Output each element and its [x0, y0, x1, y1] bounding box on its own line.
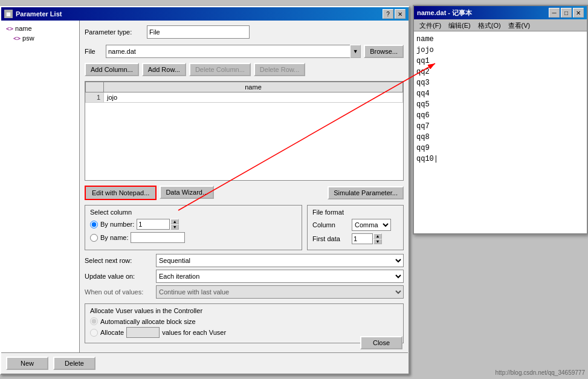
notepad-line-qq3: qq3	[416, 77, 584, 88]
titlebar-buttons: ? ✕	[383, 9, 405, 19]
notepad-maximize-btn[interactable]: □	[561, 8, 572, 18]
allocate-label: Allocate	[100, 329, 124, 336]
select-next-row-select[interactable]: Sequential Random Same line as...	[156, 254, 404, 267]
by-name-row: By name:	[90, 232, 297, 243]
by-number-down[interactable]: ▼	[170, 224, 179, 230]
data-wizard-button[interactable]: Data Wizard...	[160, 186, 214, 199]
table-row: 1 jojo	[86, 92, 403, 103]
notepad-line-qq7: qq7	[416, 121, 584, 132]
out-of-values-select[interactable]: Continue with last value Abort Vuser Cyc…	[156, 285, 404, 299]
parameter-list-window: ▦ Parameter List ? ✕ <> name <> psw Para…	[0, 6, 410, 375]
first-data-spin-container: ▲ ▼	[352, 233, 382, 244]
sidebar-item-psw[interactable]: <> psw	[4, 33, 76, 43]
file-label: File	[85, 48, 103, 55]
allocate-input	[126, 327, 160, 338]
edit-notepad-button[interactable]: Edit with Notepad...	[85, 186, 157, 200]
column-label: Column	[312, 221, 349, 228]
window-icon: ▦	[4, 10, 13, 18]
table-col-num	[86, 82, 104, 92]
delete-button[interactable]: Delete	[53, 357, 95, 370]
file-input-container: ▼	[106, 45, 361, 58]
left-btns: Edit with Notepad... Data Wizard...	[85, 186, 214, 200]
delete-column-button[interactable]: Delete Column...	[189, 63, 251, 76]
menu-view[interactable]: 查看(V)	[505, 21, 534, 30]
notepad-line-qq4: qq4	[416, 88, 584, 99]
notepad-window: name.dat - 记事本 ─ □ ✕ 文件(F) 编辑(E) 格式(O) 查…	[413, 5, 588, 235]
values-label: values for each Vuser	[162, 329, 226, 336]
help-button[interactable]: ?	[383, 9, 393, 19]
buttons-row: Add Column... Add Row... Delete Column..…	[85, 63, 404, 76]
menu-format[interactable]: 格式(O)	[475, 21, 504, 30]
notepad-line-qq1: qq1	[416, 56, 584, 66]
notepad-line-jojo: jojo	[416, 45, 584, 56]
sidebar: <> name <> psw	[1, 21, 80, 374]
notepad-line-qq2: qq2	[416, 66, 584, 77]
file-dropdown-btn[interactable]: ▼	[350, 45, 361, 58]
file-format-box: File format Column Comma Tab Space First…	[307, 205, 404, 250]
first-data-label: First data	[312, 235, 349, 242]
allocate-box: Allocate Vuser values in the Controller …	[85, 303, 404, 343]
add-row-button[interactable]: Add Row...	[142, 63, 186, 76]
notepad-line-qq9: qq9	[416, 143, 584, 154]
by-name-label: By name:	[100, 234, 128, 241]
allocate-title: Allocate Vuser values in the Controller	[90, 307, 398, 314]
by-number-up[interactable]: ▲	[170, 219, 179, 224]
titlebar-title: ▦ Parameter List	[4, 10, 62, 18]
notepad-titlebar-buttons: ─ □ ✕	[549, 8, 584, 18]
notepad-line-qq8: qq8	[416, 132, 584, 143]
allocate-row: Allocate values for each Vuser	[90, 327, 398, 338]
out-of-values-row: When out of values: Continue with last v…	[85, 285, 404, 299]
by-number-row: By number: ▲ ▼	[90, 219, 297, 230]
update-value-select[interactable]: Each iteration Each occurrence Once	[156, 270, 404, 283]
notepad-titlebar: name.dat - 记事本 ─ □ ✕	[414, 6, 587, 19]
auto-allocate-label: Automatically allocate block size	[100, 318, 196, 325]
window-title-text: Parameter List	[16, 10, 62, 18]
first-data-up[interactable]: ▲	[373, 233, 382, 239]
first-data-input[interactable]	[352, 233, 373, 244]
by-name-radio[interactable]	[90, 234, 98, 242]
notepad-close-btn[interactable]: ✕	[573, 8, 584, 18]
window-content: <> name <> psw Parameter type: File Cust…	[1, 21, 409, 374]
allocate-radio	[90, 329, 98, 337]
by-name-select[interactable]	[131, 232, 185, 243]
param-type-select-container: File Custom Date/Time Group Name	[147, 25, 250, 39]
select-next-row-label: Select next row:	[85, 257, 151, 264]
sidebar-item-name[interactable]: <> name	[4, 24, 76, 33]
by-number-spin-container: ▲ ▼	[137, 219, 179, 230]
first-data-arrows: ▲ ▼	[373, 233, 382, 244]
close-button[interactable]: ✕	[395, 9, 405, 19]
select-column-title: Select column	[90, 209, 297, 216]
first-data-row: First data ▲ ▼	[312, 233, 398, 244]
add-column-button[interactable]: Add Column...	[85, 63, 139, 76]
update-value-label: Update value on:	[85, 273, 151, 280]
auto-allocate-radio	[90, 317, 98, 325]
simulate-param-button[interactable]: Simulate Parameter...	[328, 186, 404, 199]
close-button-main[interactable]: Close	[360, 336, 402, 349]
browse-button[interactable]: Browse...	[364, 45, 404, 58]
first-data-down[interactable]: ▼	[373, 239, 382, 244]
param-type-select[interactable]: File Custom Date/Time Group Name	[147, 25, 250, 39]
tree-icon-psw: <>	[13, 35, 21, 42]
select-next-row-container: Sequential Random Same line as...	[156, 254, 404, 267]
notepad-title: name.dat - 记事本	[417, 8, 472, 18]
bottom-bar: New Delete	[1, 352, 408, 374]
notepad-line-qq5: qq5	[416, 99, 584, 110]
column-select[interactable]: Comma Tab Space	[352, 219, 391, 231]
delete-row-button[interactable]: Delete Row...	[254, 63, 305, 76]
by-number-radio[interactable]	[90, 221, 98, 228]
main-panel: Parameter type: File Custom Date/Time Gr…	[80, 21, 409, 374]
new-button[interactable]: New	[6, 357, 48, 370]
menu-edit[interactable]: 编辑(E)	[445, 21, 474, 30]
table-col-name: name	[104, 82, 403, 92]
table-cell-name[interactable]: jojo	[104, 92, 403, 103]
menu-file[interactable]: 文件(F)	[416, 21, 444, 30]
notepad-line-qq10: qq10|	[416, 154, 584, 164]
notepad-minimize-btn[interactable]: ─	[549, 8, 560, 18]
by-number-input[interactable]	[137, 219, 170, 230]
file-input[interactable]	[106, 45, 361, 58]
out-of-values-label: When out of values:	[85, 288, 151, 296]
update-value-row: Update value on: Each iteration Each occ…	[85, 270, 404, 283]
update-value-container: Each iteration Each occurrence Once	[156, 270, 404, 283]
options-row: Select column By number: ▲ ▼	[85, 205, 404, 250]
data-table-container: name 1 jojo	[85, 81, 404, 181]
